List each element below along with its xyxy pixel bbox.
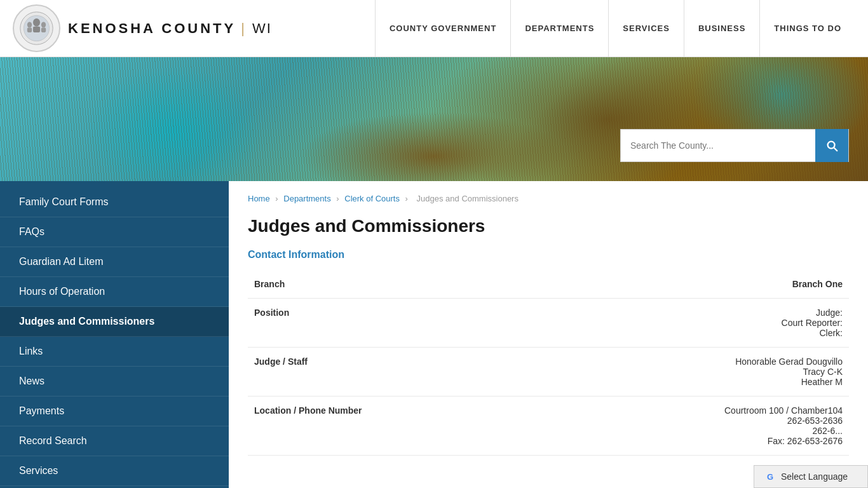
breadcrumb: Home › Departments › Clerk of Courts › J… <box>248 194 849 203</box>
sidebar-item-record-search[interactable]: Record Search <box>0 426 229 456</box>
sidebar-item-guardian-ad-litem[interactable]: Guardian Ad Litem <box>0 247 229 277</box>
sidebar-item-links[interactable]: Links <box>0 337 229 367</box>
nav-things-to-do[interactable]: THINGS TO DO <box>759 0 855 57</box>
search-input[interactable] <box>621 140 815 151</box>
phone-1: 262-653-2636 <box>381 416 843 426</box>
nav-business[interactable]: BUSINESS <box>684 0 759 57</box>
county-seal <box>13 4 60 52</box>
position-clerk: Clerk: <box>381 328 843 338</box>
position-reporter: Court Reporter: <box>381 318 843 328</box>
contact-section-title: Contact Information <box>248 249 849 261</box>
sidebar-item-news[interactable]: News <box>0 367 229 396</box>
table-header-row: Branch Branch One <box>248 270 849 299</box>
svg-rect-5 <box>27 28 32 32</box>
nav-departments[interactable]: DEPARTMENTS <box>510 0 608 57</box>
svg-rect-3 <box>33 27 40 32</box>
table-row: Location / Phone Number Courtroom 100 / … <box>248 396 849 456</box>
logo-area: KENOSHA COUNTY|WI <box>13 4 272 52</box>
logo-text: KENOSHA COUNTY|WI <box>68 20 272 37</box>
search-box <box>620 129 849 162</box>
breadcrumb-clerk-of-courts[interactable]: Clerk of Courts <box>344 194 400 203</box>
fax: Fax: 262-653-2676 <box>381 436 843 446</box>
breadcrumb-departments[interactable]: Departments <box>283 194 330 203</box>
main-navigation: COUNTY GOVERNMENT DEPARTMENTS SERVICES B… <box>272 0 855 57</box>
nav-county-government[interactable]: COUNTY GOVERNMENT <box>375 0 510 57</box>
sidebar-item-faqs[interactable]: FAQs <box>0 217 229 247</box>
county-name: KENOSHA COUNTY|WI <box>68 20 272 37</box>
select-language-bar[interactable]: G Select Language <box>754 465 868 488</box>
main-content: Home › Departments › Clerk of Courts › J… <box>229 181 868 488</box>
page-title: Judges and Commissioners <box>248 216 849 236</box>
sidebar-item-services[interactable]: Services <box>0 456 229 486</box>
search-button[interactable] <box>815 129 848 162</box>
reporter-name: Tracy C-K <box>381 367 843 377</box>
position-judge: Judge: <box>381 308 843 318</box>
svg-point-4 <box>27 22 32 27</box>
svg-point-2 <box>33 18 40 27</box>
county-seal-icon <box>19 11 54 46</box>
sidebar-item-hours-of-operation[interactable]: Hours of Operation <box>0 277 229 307</box>
clerk-name: Heather M <box>381 377 843 387</box>
sidebar-item-judges-and-commissioners[interactable]: Judges and Commissioners <box>0 307 229 337</box>
sidebar: Family Court Forms FAQs Guardian Ad Lite… <box>0 181 229 488</box>
contact-info-table: Branch Branch One Position Judge: Court … <box>248 270 849 456</box>
site-header: KENOSHA COUNTY|WI COUNTY GOVERNMENT DEPA… <box>0 0 868 57</box>
table-row: Judge / Staff Honorable Gerad Dougvillo … <box>248 348 849 396</box>
county-name-text: KENOSHA COUNTY <box>68 20 236 36</box>
google-translate-icon: G <box>764 471 776 482</box>
location-phone-label: Location / Phone Number <box>248 396 375 456</box>
position-values: Judge: Court Reporter: Clerk: <box>375 299 849 348</box>
select-language-label[interactable]: Select Language <box>781 471 848 482</box>
state-abbr: WI <box>252 20 272 36</box>
judge-staff-values: Honorable Gerad Dougvillo Tracy C-K Heat… <box>375 348 849 396</box>
sidebar-item-family-court-forms[interactable]: Family Court Forms <box>0 187 229 217</box>
search-icon <box>825 139 839 152</box>
sidebar-item-payments[interactable]: Payments <box>0 396 229 426</box>
svg-point-6 <box>41 22 46 27</box>
hero-banner <box>0 57 868 181</box>
judge-staff-label: Judge / Staff <box>248 348 375 396</box>
courtroom: Courtroom 100 / Chamber104 <box>381 405 843 416</box>
location-phone-values: Courtroom 100 / Chamber104 262-653-2636 … <box>375 396 849 456</box>
breadcrumb-current: Judges and Commissioners <box>417 194 519 203</box>
phone-2: 262-6... <box>381 426 843 436</box>
breadcrumb-home[interactable]: Home <box>248 194 270 203</box>
table-row: Position Judge: Court Reporter: Clerk: <box>248 299 849 348</box>
svg-rect-7 <box>41 28 46 32</box>
table-header-branch-one-col: Branch One <box>375 270 849 299</box>
nav-services[interactable]: SERVICES <box>608 0 684 57</box>
main-layout: Family Court Forms FAQs Guardian Ad Lite… <box>0 181 868 488</box>
table-header-branch-col: Branch <box>248 270 375 299</box>
position-label: Position <box>248 299 375 348</box>
judge-name: Honorable Gerad Dougvillo <box>381 356 843 367</box>
